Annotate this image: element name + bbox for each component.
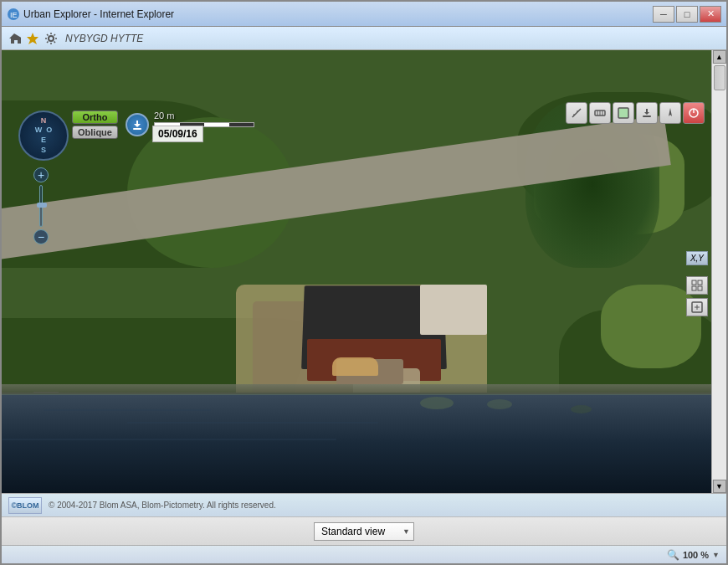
scale-seg-3: [204, 123, 229, 126]
title-bar: IE Urban Explorer - Internet Explorer ─ …: [2, 2, 726, 27]
app-icon: IE: [7, 8, 20, 21]
zoom-thumb[interactable]: [37, 203, 47, 208]
top-right-toolbar: [566, 102, 705, 124]
logo-text: ©BLOM: [11, 501, 38, 510]
blom-logo: ©BLOM: [8, 497, 42, 514]
date-badge: 05/09/16: [152, 126, 203, 142]
svg-rect-19: [692, 286, 696, 290]
view-mode-buttons: Ortho Oblique: [72, 110, 118, 139]
zoom-in-button[interactable]: +: [33, 167, 49, 182]
svg-marker-14: [669, 108, 672, 116]
text-marker-button[interactable]: [659, 102, 681, 124]
copyright-text: © 2004-2017 Blom ASA, Blom-Pictometry. A…: [49, 501, 720, 510]
area-measure-button[interactable]: [613, 102, 634, 124]
close-button[interactable]: ✕: [700, 6, 721, 23]
view-select[interactable]: Standard view Satellite view Hybrid view: [314, 522, 414, 541]
svg-rect-12: [618, 108, 628, 118]
compass-north: N: [35, 116, 53, 126]
svg-text:IE: IE: [10, 11, 18, 19]
bottom-toolbar: Standard view Satellite view Hybrid view: [2, 516, 726, 545]
grid-button[interactable]: [686, 276, 708, 295]
svg-rect-13: [643, 116, 651, 117]
compass-s: S: [35, 146, 53, 156]
markup-button[interactable]: [686, 298, 708, 316]
scale-label: 20 m: [154, 110, 254, 121]
scroll-up-button[interactable]: ▲: [713, 50, 726, 64]
map-viewport[interactable]: N W O E S Ortho Oblique 20 m: [2, 50, 726, 493]
ortho-button[interactable]: Ortho: [72, 110, 118, 124]
star-icon[interactable]: [23, 29, 42, 48]
scroll-down-button[interactable]: ▼: [713, 480, 726, 493]
right-scrollbar: ▲ ▼: [711, 50, 726, 493]
main-window: IE Urban Explorer - Internet Explorer ─ …: [0, 0, 728, 565]
svg-rect-18: [698, 280, 702, 285]
bottom-bar: ©BLOM © 2004-2017 Blom ASA, Blom-Pictome…: [2, 493, 726, 516]
minimize-button[interactable]: ─: [653, 6, 674, 23]
page-title: NYBYGD HYTTE: [65, 33, 143, 44]
zoom-out-button[interactable]: −: [33, 229, 49, 244]
svg-line-5: [572, 109, 581, 117]
window-controls: ─ □ ✕: [653, 6, 721, 23]
zoom-status-icon: 🔍: [667, 549, 679, 561]
zoom-display: 🔍 100 % ▼: [667, 549, 720, 561]
xy-coordinates-button[interactable]: X,Y: [686, 251, 708, 265]
view-select-wrapper: Standard view Satellite view Hybrid view: [314, 522, 414, 541]
scroll-thumb[interactable]: [714, 65, 725, 90]
window-title: Urban Explorer - Internet Explorer: [23, 8, 653, 20]
gear-icon[interactable]: [42, 29, 60, 48]
oblique-button[interactable]: Oblique: [72, 126, 118, 139]
svg-rect-17: [692, 280, 696, 285]
compass-we: W O: [35, 126, 53, 136]
zoom-slider: + −: [33, 167, 49, 244]
zoom-track[interactable]: [39, 185, 43, 227]
download-button[interactable]: [126, 113, 149, 136]
download-alt-button[interactable]: [636, 102, 658, 124]
scroll-track[interactable]: [712, 64, 726, 480]
menu-bar: NYBYGD HYTTE: [2, 27, 726, 50]
ruler-button[interactable]: [566, 102, 587, 124]
power-button[interactable]: [683, 102, 705, 124]
compass-widget: N W O E S: [18, 110, 69, 161]
svg-rect-4: [133, 128, 141, 130]
maximize-button[interactable]: □: [676, 6, 698, 23]
scale-bar-container: 20 m: [154, 110, 254, 127]
line-measure-button[interactable]: [589, 102, 611, 124]
svg-rect-20: [698, 286, 702, 290]
svg-marker-2: [27, 33, 38, 44]
home-icon[interactable]: [5, 29, 23, 48]
svg-point-3: [49, 36, 54, 41]
water-area: [2, 393, 726, 493]
zoom-dropdown-arrow[interactable]: ▼: [712, 551, 720, 559]
scale-seg-4: [229, 123, 254, 126]
main-area: N W O E S Ortho Oblique 20 m: [2, 50, 726, 563]
zoom-level: 100 %: [683, 550, 709, 560]
status-bar: 🔍 100 % ▼: [2, 545, 726, 563]
compass-labels: N W O E S: [35, 116, 53, 156]
compass-south: E: [35, 136, 53, 146]
